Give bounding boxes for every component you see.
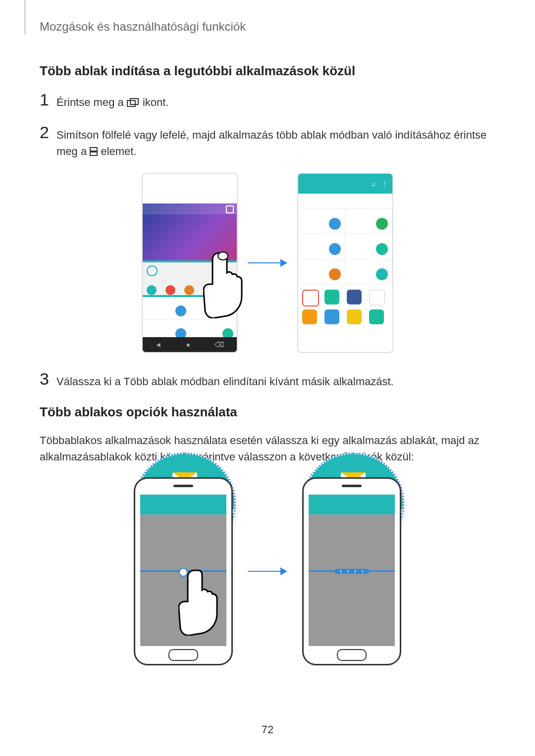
arrow-right-icon bbox=[248, 258, 287, 268]
arrow-right-icon bbox=[248, 566, 287, 576]
phone-right-appbar: ⌕ ⋮ bbox=[298, 174, 392, 194]
svg-rect-0 bbox=[127, 101, 135, 106]
app-icon bbox=[347, 309, 362, 324]
more-icon: ⋮ bbox=[381, 180, 388, 188]
svg-point-4 bbox=[218, 252, 228, 260]
home-button-icon bbox=[337, 649, 367, 661]
step-2-number: 2 bbox=[40, 124, 56, 141]
step-2-text-b: elemet. bbox=[101, 145, 136, 157]
home-button-icon bbox=[168, 649, 198, 661]
phone-topbar bbox=[140, 495, 226, 514]
step-1: 1 Érintse meg a ikont. bbox=[40, 91, 495, 111]
app-icon bbox=[302, 309, 317, 324]
step-3: 3 Válassza ki a Több ablak módban elindí… bbox=[40, 370, 495, 390]
step-1-text-a: Érintse meg a bbox=[56, 96, 127, 108]
section2-paragraph: Többablakos alkalmazások használata eset… bbox=[40, 432, 495, 465]
hand-pointer-icon bbox=[178, 566, 223, 636]
header-breadcrumb: Mozgások és használhatósági funkciók bbox=[40, 20, 495, 34]
figure1-left: ◄●⌫ bbox=[142, 173, 238, 353]
multiwindow-icon bbox=[90, 144, 98, 160]
search-icon: ⌕ bbox=[372, 180, 375, 188]
svg-rect-2 bbox=[90, 148, 97, 151]
step-3-text: Válassza ki a Több ablak módban elindíta… bbox=[56, 370, 394, 390]
svg-rect-1 bbox=[130, 99, 138, 104]
phone-topbar bbox=[309, 495, 395, 514]
app-icon bbox=[347, 290, 362, 304]
split-divider bbox=[309, 570, 395, 572]
step-2-text: Simítson fölfelé vagy lefelé, majd alkal… bbox=[56, 124, 495, 160]
app-icon bbox=[324, 290, 339, 304]
figure2-right: ⇄ ▣ ⛶ ▭ ✕ bbox=[302, 477, 401, 665]
app-icon bbox=[302, 290, 319, 306]
app-icon bbox=[324, 309, 339, 324]
svg-rect-3 bbox=[90, 152, 97, 155]
close-all-icon: ⌫ bbox=[214, 341, 224, 349]
recent-apps-icon bbox=[127, 95, 140, 111]
step-1-text: Érintse meg a ikont. bbox=[56, 91, 169, 111]
phone-frame-right bbox=[302, 477, 401, 665]
step-1-number: 1 bbox=[40, 91, 56, 108]
phone-right-categories bbox=[298, 209, 392, 285]
phone-right-screenshot: ⌕ ⋮ bbox=[297, 173, 393, 353]
section1-heading: Több ablak indítása a legutóbbi alkalmaz… bbox=[40, 63, 495, 79]
page-number: 72 bbox=[0, 723, 535, 736]
section2-heading: Több ablakos opciók használata bbox=[40, 404, 495, 420]
hand-pointer-icon bbox=[203, 249, 248, 318]
figure-multiwindow-launch: ◄●⌫ ⌕ ⋮ bbox=[40, 173, 495, 353]
app-icon bbox=[369, 309, 384, 324]
figure2-left bbox=[134, 477, 233, 665]
margin-rule bbox=[25, 0, 25, 35]
app-icon bbox=[369, 290, 385, 305]
document-page: Mozgások és használhatósági funkciók Töb… bbox=[0, 0, 535, 756]
step-3-number: 3 bbox=[40, 370, 56, 387]
phone-right-apps bbox=[298, 285, 392, 329]
phone-right-search bbox=[298, 194, 392, 209]
figure-multiwindow-options: ⇄ ▣ ⛶ ▭ ✕ bbox=[40, 477, 495, 665]
step-2: 2 Simítson fölfelé vagy lefelé, majd alk… bbox=[40, 124, 495, 160]
step-1-text-b: ikont. bbox=[143, 96, 169, 108]
